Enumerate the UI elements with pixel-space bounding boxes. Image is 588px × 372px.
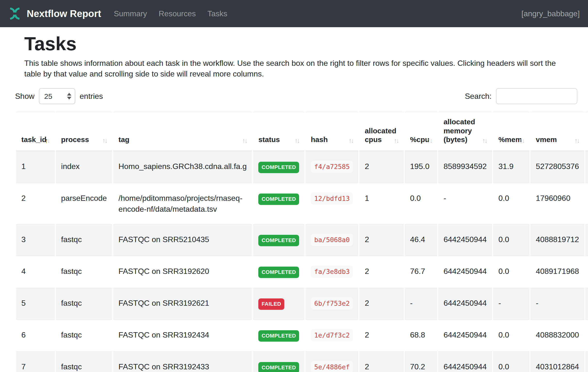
cell-task_id: 6 (16, 319, 55, 351)
column-label: allocated cpus (365, 127, 396, 144)
cell-status: COMPLETED (253, 351, 304, 372)
sort-icons: ↑↓ (520, 137, 524, 145)
column-header-rss[interactable]: rss↑↓ (585, 112, 588, 151)
column-header-task_id[interactable]: task_id↑↓ (16, 112, 55, 151)
sort-icons: ↑↓ (102, 137, 107, 145)
status-badge: COMPLETED (258, 235, 299, 246)
column-label: task_id (21, 136, 46, 144)
sort-desc-icon: ↓ (351, 137, 353, 144)
cell-tag: FASTQC on SRR3192621 (113, 288, 252, 319)
column-label: status (258, 136, 280, 144)
hash-code: fa/3e8db3 (311, 266, 353, 278)
column-header-process[interactable]: process↑↓ (56, 112, 112, 151)
hash-code: 1e/d7f3c2 (311, 329, 353, 341)
tasks-table[interactable]: task_id↑↓process↑↓tag↑↓status↑↓hash↑↓all… (15, 112, 588, 372)
cell-cpus: 2 (359, 319, 403, 351)
cell-memory: 6442450944 (438, 351, 492, 372)
status-badge: COMPLETED (258, 162, 299, 173)
cell-task_id: 1 (16, 151, 55, 183)
column-header-tag[interactable]: tag↑↓ (113, 112, 252, 151)
cell-memory: 6442450944 (438, 256, 492, 288)
column-header-memory[interactable]: allocated memory (bytes)↑↓ (438, 112, 492, 151)
column-label: hash (311, 136, 328, 144)
cell-pmem: 31.9 (493, 151, 529, 183)
main-content: Tasks This table shows information about… (0, 33, 588, 372)
hash-code: f4/a72585 (311, 160, 353, 173)
hash-code: ba/5068a0 (311, 234, 353, 246)
column-label: process (61, 136, 89, 144)
column-header-status[interactable]: status↑↓ (253, 112, 304, 151)
nav-item-tasks[interactable]: Tasks (202, 9, 233, 18)
cell-process: fastqc (56, 288, 112, 319)
page-length-select[interactable]: 25 (39, 88, 75, 104)
column-label: vmem (536, 136, 557, 144)
table-header: task_id↑↓process↑↓tag↑↓status↑↓hash↑↓all… (16, 112, 588, 151)
column-header-pmem[interactable]: %mem↑↓ (493, 112, 529, 151)
page-description: This table shows information about each … (24, 58, 558, 80)
nextflow-logo-icon (8, 7, 21, 20)
sort-desc-icon: ↓ (577, 137, 579, 144)
cell-cpus: 2 (359, 288, 403, 319)
entries-label: entries (80, 92, 103, 101)
page-title: Tasks (24, 33, 573, 55)
brand-link[interactable]: Nextflow Report (8, 7, 101, 20)
cell-hash: 5e/4886ef (305, 351, 358, 372)
cell-cpus: 2 (359, 151, 403, 183)
cell-hash: 1e/d7f3c2 (305, 319, 358, 351)
sort-desc-icon: ↓ (47, 137, 50, 144)
cell-task_id: 3 (16, 224, 55, 256)
page-length-control: Show 25 entries (15, 88, 103, 104)
cell-rss: 50498 (585, 256, 588, 288)
column-header-pcpu[interactable]: %cpu↑↓ (405, 112, 437, 151)
column-label: allocated memory (bytes) (443, 118, 475, 144)
cell-pcpu: 68.8 (405, 319, 437, 351)
column-label: %mem (498, 136, 522, 144)
sort-desc-icon: ↓ (244, 137, 247, 144)
sort-asc-icon: ↑ (482, 137, 484, 144)
cell-cpus: 2 (359, 224, 403, 256)
cell-status: FAILED (253, 288, 304, 319)
nav-item-summary[interactable]: Summary (108, 9, 153, 18)
intro-section: Tasks This table shows information about… (15, 33, 588, 79)
cell-memory: 8589934592 (438, 151, 492, 183)
hash-code: 12/bdfd13 (311, 192, 353, 205)
cell-status: COMPLETED (253, 224, 304, 256)
sort-asc-icon: ↑ (574, 137, 577, 144)
column-header-cpus[interactable]: allocated cpus↑↓ (359, 112, 403, 151)
cell-pmem: - (493, 288, 529, 319)
sort-desc-icon: ↓ (430, 137, 432, 144)
search-label: Search: (465, 92, 492, 101)
sort-icons: ↑↓ (574, 137, 579, 145)
cell-status: COMPLETED (253, 319, 304, 351)
cell-cpus: 2 (359, 256, 403, 288)
cell-rss: 36852 (585, 224, 588, 256)
navbar: Nextflow Report Summary Resources Tasks … (0, 0, 588, 27)
table-controls: Show 25 entries Search: (15, 88, 588, 104)
sort-icons: ↑↓ (45, 137, 50, 145)
cell-task_id: 7 (16, 351, 55, 372)
cell-rss: 53248 (585, 183, 588, 224)
status-badge: COMPLETED (258, 362, 299, 372)
sort-desc-icon: ↓ (396, 137, 399, 144)
table-row: 6fastqcFASTQC on SRR3192434COMPLETED1e/d… (16, 319, 588, 351)
cell-tag: /home/pditommaso/projects/rnaseq-encode-… (113, 183, 252, 224)
cell-pcpu: - (405, 288, 437, 319)
column-label: %cpu (410, 136, 430, 144)
table-row: 4fastqcFASTQC on SRR3192620COMPLETEDfa/3… (16, 256, 588, 288)
cell-status: COMPLETED (253, 183, 304, 224)
cell-pcpu: 0.0 (405, 183, 437, 224)
table-row: 3fastqcFASTQC on SRR5210435COMPLETEDba/5… (16, 224, 588, 256)
cell-process: parseEncode (56, 183, 112, 224)
brand-title: Nextflow Report (27, 8, 101, 19)
cell-cpus: 1 (359, 183, 403, 224)
search-input[interactable] (496, 88, 577, 104)
sort-asc-icon: ↑ (242, 137, 244, 144)
cell-memory: 6442450944 (438, 319, 492, 351)
sort-asc-icon: ↑ (294, 137, 297, 144)
column-header-vmem[interactable]: vmem↑↓ (530, 112, 584, 151)
cell-pmem: 0.0 (493, 224, 529, 256)
nav-item-resources[interactable]: Resources (153, 9, 202, 18)
column-header-hash[interactable]: hash↑↓ (305, 112, 358, 151)
cell-memory: 6442450944 (438, 224, 492, 256)
sort-asc-icon: ↑ (394, 137, 396, 144)
